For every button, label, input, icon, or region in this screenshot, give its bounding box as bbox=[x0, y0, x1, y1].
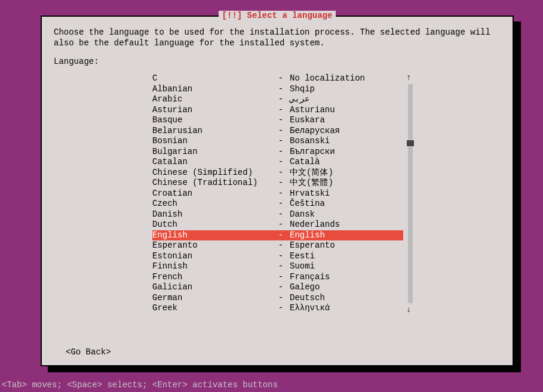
language-native: Deutsch bbox=[290, 293, 403, 304]
dialog-title: [!!] Select a language bbox=[219, 11, 336, 20]
list-item[interactable]: C-No localization bbox=[152, 73, 403, 84]
separator: - bbox=[272, 303, 290, 314]
language-native: Ελληνικά bbox=[290, 303, 403, 314]
dialog-description: Choose the language to be used for the i… bbox=[54, 27, 501, 48]
language-native: Bosanski bbox=[290, 136, 403, 147]
separator: - bbox=[272, 178, 290, 189]
dialog-content: Choose the language to be used for the i… bbox=[42, 17, 513, 325]
language-native: Català bbox=[290, 157, 403, 168]
separator: - bbox=[272, 220, 290, 230]
language-name: Bosnian bbox=[152, 136, 272, 147]
list-item[interactable]: Czech-Čeština bbox=[152, 199, 403, 209]
list-item[interactable]: Galician-Galego bbox=[152, 282, 403, 293]
language-native: Dansk bbox=[290, 209, 403, 220]
dialog-title-row: [!!] Select a language bbox=[42, 11, 513, 20]
list-item[interactable]: Estonian-Eesti bbox=[152, 251, 403, 262]
language-native: Français bbox=[290, 272, 403, 283]
list-item[interactable]: Albanian-Shqip bbox=[152, 84, 403, 95]
language-name: Danish bbox=[152, 209, 272, 220]
language-name: Bulgarian bbox=[152, 147, 272, 158]
language-native: Български bbox=[290, 147, 403, 158]
list-item[interactable]: Danish-Dansk bbox=[152, 209, 403, 220]
language-native: Shqip bbox=[290, 84, 403, 95]
language-native: Asturianu bbox=[290, 105, 403, 116]
language-name: English bbox=[152, 230, 272, 241]
language-label: Language: bbox=[54, 57, 501, 66]
separator: - bbox=[272, 147, 290, 158]
list-item[interactable]: Catalan-Català bbox=[152, 157, 403, 168]
language-name: Esperanto bbox=[152, 240, 272, 251]
separator: - bbox=[272, 105, 290, 116]
separator: - bbox=[272, 168, 290, 178]
separator: - bbox=[272, 126, 290, 137]
language-name: Asturian bbox=[152, 105, 272, 116]
separator: - bbox=[272, 240, 290, 251]
language-name: Greek bbox=[152, 303, 272, 314]
language-native: Euskara bbox=[290, 115, 403, 126]
separator: - bbox=[272, 157, 290, 168]
separator: - bbox=[272, 209, 290, 220]
list-item[interactable]: German-Deutsch bbox=[152, 293, 403, 304]
language-name: Croatian bbox=[152, 189, 272, 199]
list-item[interactable]: English-English bbox=[152, 230, 403, 241]
go-back-button[interactable]: <Go Back> bbox=[66, 347, 111, 357]
separator: - bbox=[272, 115, 290, 126]
list-item[interactable]: Dutch-Nederlands bbox=[152, 220, 403, 230]
language-native: Čeština bbox=[290, 199, 403, 209]
separator: - bbox=[272, 293, 290, 304]
separator: - bbox=[272, 282, 290, 293]
list-item[interactable]: Asturian-Asturianu bbox=[152, 105, 403, 116]
list-item[interactable]: Finnish-Suomi bbox=[152, 261, 403, 272]
language-name: French bbox=[152, 272, 272, 283]
list-item[interactable]: Basque-Euskara bbox=[152, 115, 403, 126]
language-name: Arabic bbox=[152, 94, 272, 105]
language-native: Беларуская bbox=[290, 126, 403, 137]
language-name: Chinese (Simplified) bbox=[152, 168, 272, 178]
language-name: Belarusian bbox=[152, 126, 272, 137]
scroll-down-arrow-icon[interactable]: ↓ bbox=[404, 305, 413, 314]
list-item[interactable]: Belarusian-Беларуская bbox=[152, 126, 403, 137]
language-name: Finnish bbox=[152, 261, 272, 272]
language-name: Estonian bbox=[152, 251, 272, 262]
separator: - bbox=[272, 230, 290, 241]
language-native: Esperanto bbox=[290, 240, 403, 251]
separator: - bbox=[272, 199, 290, 209]
list-item[interactable]: Arabic-عربي bbox=[152, 94, 403, 105]
language-native: Galego bbox=[290, 282, 403, 293]
language-native: 中文(繁體) bbox=[290, 178, 403, 189]
separator: - bbox=[272, 84, 290, 95]
language-name: Chinese (Traditional) bbox=[152, 178, 272, 189]
language-name: Galician bbox=[152, 282, 272, 293]
scrollbar-track[interactable] bbox=[408, 84, 413, 303]
language-native: Hrvatski bbox=[290, 189, 403, 199]
separator: - bbox=[272, 136, 290, 147]
list-item[interactable]: Bulgarian-Български bbox=[152, 147, 403, 158]
language-name: Basque bbox=[152, 115, 272, 126]
separator: - bbox=[272, 189, 290, 199]
list-item[interactable]: French-Français bbox=[152, 272, 403, 283]
language-native: No localization bbox=[290, 73, 403, 84]
list-item[interactable]: Chinese (Simplified)-中文(简体) bbox=[152, 168, 403, 178]
scrollbar-thumb[interactable] bbox=[407, 140, 414, 146]
language-name: Albanian bbox=[152, 84, 272, 95]
language-native: English bbox=[290, 230, 403, 241]
list-item[interactable]: Chinese (Traditional)-中文(繁體) bbox=[152, 178, 403, 189]
list-item[interactable]: Croatian-Hrvatski bbox=[152, 189, 403, 199]
list-item[interactable]: Bosnian-Bosanski bbox=[152, 136, 403, 147]
language-native: عربي bbox=[290, 94, 403, 105]
language-list[interactable]: C-No localizationAlbanian-ShqipArabic-عر… bbox=[152, 73, 403, 314]
list-item[interactable]: Greek-Ελληνικά bbox=[152, 303, 403, 314]
scroll-up-arrow-icon[interactable]: ↑ bbox=[404, 73, 413, 82]
separator: - bbox=[272, 94, 290, 105]
separator: - bbox=[272, 261, 290, 272]
language-name: Czech bbox=[152, 199, 272, 209]
language-name: C bbox=[152, 73, 272, 84]
language-native: Nederlands bbox=[290, 220, 403, 230]
separator: - bbox=[272, 272, 290, 283]
language-native: Suomi bbox=[290, 261, 403, 272]
language-list-wrap: C-No localizationAlbanian-ShqipArabic-عر… bbox=[152, 73, 403, 314]
list-item[interactable]: Esperanto-Esperanto bbox=[152, 240, 403, 251]
separator: - bbox=[272, 251, 290, 262]
language-name: Catalan bbox=[152, 157, 272, 168]
language-native: 中文(简体) bbox=[290, 168, 403, 178]
